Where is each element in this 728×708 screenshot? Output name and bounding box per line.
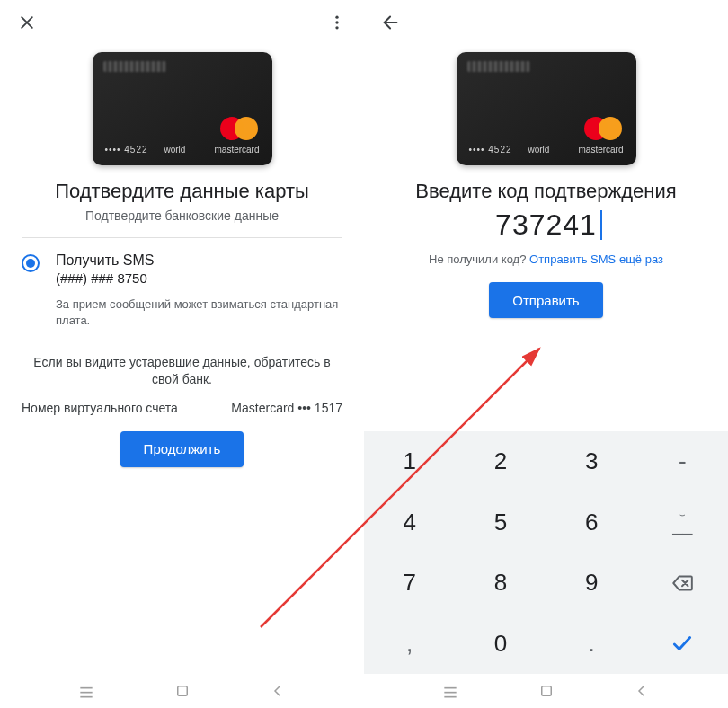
sms-option-note: За прием сообщений может взиматься станд…: [56, 296, 342, 328]
card-last4: •••• 4522: [469, 145, 512, 155]
text-caret: [600, 210, 602, 240]
more-icon[interactable]: [323, 8, 351, 37]
key-5[interactable]: 5: [455, 492, 546, 553]
card-visual: •••• 4522 world mastercard: [457, 52, 636, 165]
virtual-account-row: Номер виртуального счета Mastercard ••• …: [22, 401, 342, 415]
key-dot[interactable]: .: [546, 614, 637, 675]
key-8[interactable]: 8: [455, 553, 546, 614]
key-2[interactable]: 2: [455, 431, 546, 492]
page-title: Введите код подтверждения: [386, 180, 706, 203]
submit-button[interactable]: Отправить: [489, 282, 602, 318]
svg-rect-6: [177, 686, 187, 696]
bank-note: Если вы видите устаревшие данные, обрати…: [32, 354, 332, 388]
code-input[interactable]: 737241: [364, 208, 728, 242]
topbar-right: [364, 0, 728, 45]
page-title: Подтвердите данные карты: [22, 180, 342, 203]
key-9[interactable]: 9: [546, 553, 637, 614]
card-brand: mastercard: [214, 145, 259, 155]
svg-point-0: [335, 16, 338, 19]
key-4[interactable]: 4: [364, 492, 455, 553]
close-icon[interactable]: [13, 8, 41, 37]
svg-point-1: [335, 21, 338, 23]
back-arrow-icon[interactable]: [377, 8, 405, 37]
confirm-card-screen: •••• 4522 world mastercard Подтвердите д…: [0, 0, 364, 708]
key-0[interactable]: 0: [455, 614, 546, 675]
code-value: 737241: [495, 208, 597, 241]
key-6[interactable]: 6: [546, 492, 637, 553]
card-tier: world: [164, 145, 186, 155]
key-3[interactable]: 3: [546, 431, 637, 492]
home-icon[interactable]: [173, 681, 192, 701]
svg-point-2: [335, 26, 338, 29]
numeric-keypad: 1 2 3 - 4 5 6 ⌣ __ 7 8 9 , 0 .: [364, 431, 728, 674]
android-navbar: [364, 674, 728, 708]
card-visual: •••• 4522 world mastercard: [93, 52, 272, 165]
recents-icon[interactable]: [76, 681, 96, 701]
key-underscore[interactable]: ⌣ __: [637, 492, 728, 553]
card-tier: world: [528, 145, 550, 155]
resend-question: Не получили код?: [429, 252, 526, 266]
home-icon[interactable]: [537, 681, 556, 701]
virtual-account-value: Mastercard ••• 1517: [231, 401, 342, 415]
virtual-account-label: Номер виртуального счета: [22, 401, 178, 415]
key-comma[interactable]: ,: [364, 614, 455, 675]
backspace-icon[interactable]: [637, 553, 728, 614]
sms-option-title: Получить SMS: [56, 252, 154, 269]
topbar-left: [0, 0, 364, 45]
page-subtitle: Подтвердите банковские данные: [0, 208, 364, 223]
sms-option-phone: (###) ### 8750: [56, 270, 154, 286]
key-7[interactable]: 7: [364, 553, 455, 614]
back-icon[interactable]: [268, 681, 288, 701]
key-1[interactable]: 1: [364, 431, 455, 492]
continue-button[interactable]: Продолжить: [120, 431, 244, 467]
resend-row: Не получили код? Отправить SMS ещё раз: [364, 252, 728, 266]
radio-selected-icon[interactable]: [22, 254, 40, 272]
card-last4: •••• 4522: [105, 145, 148, 155]
sms-option[interactable]: Получить SMS (###) ### 8750: [0, 238, 364, 288]
svg-rect-10: [541, 686, 551, 696]
enter-icon[interactable]: [637, 614, 728, 675]
recents-icon[interactable]: [440, 681, 460, 701]
card-brand: mastercard: [578, 145, 623, 155]
back-icon[interactable]: [632, 681, 652, 701]
resend-link[interactable]: Отправить SMS ещё раз: [529, 252, 663, 266]
android-navbar: [0, 674, 364, 708]
key-dash[interactable]: -: [637, 431, 728, 492]
enter-code-screen: •••• 4522 world mastercard Введите код п…: [364, 0, 728, 708]
